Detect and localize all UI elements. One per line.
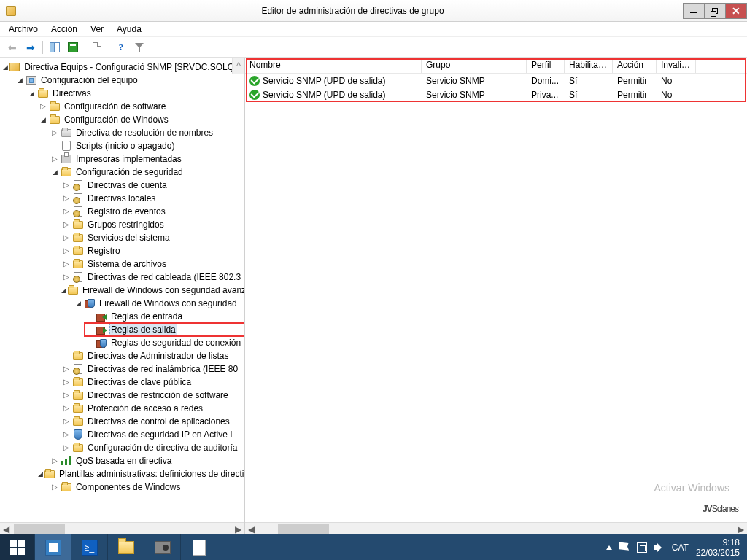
folder-icon — [61, 166, 72, 178]
menu-help[interactable]: Ayuda — [111, 23, 147, 36]
tree-printers[interactable]: Impresoras implementadas — [74, 152, 183, 166]
qos-icon — [61, 455, 72, 467]
task-powershell[interactable]: ≥_ — [71, 534, 108, 560]
tree-firewall-adv[interactable]: Firewall de Windows con seguridad avanza… — [81, 284, 244, 297]
tree-softrestrict[interactable]: Directivas de restricción de software — [86, 389, 230, 402]
tree-filesystem[interactable]: Sistema de archivos — [86, 257, 168, 271]
tree-computer-config[interactable]: Configuración del equipo — [39, 74, 139, 87]
tree-policies[interactable]: Directivas — [51, 87, 93, 100]
tree-root[interactable]: Directiva Equips - Configuració SNMP [SR… — [23, 61, 244, 74]
tree-security-config[interactable]: Configuración de seguridad — [74, 166, 185, 179]
tree-windows-config[interactable]: Configuración de Windows — [63, 113, 170, 126]
brand-watermark: JVSolanes — [703, 492, 738, 517]
folder-icon — [37, 88, 49, 99]
cell-action: Permitir — [613, 75, 657, 87]
tray-overflow-icon[interactable] — [606, 545, 612, 550]
refresh-button[interactable] — [65, 39, 81, 55]
policy-icon — [72, 179, 84, 191]
close-button[interactable]: ✕ — [725, 3, 747, 19]
tree-name-resolution[interactable]: Directiva de resolución de nombres — [74, 126, 214, 139]
start-button[interactable] — [0, 534, 35, 560]
folder-icon — [72, 402, 84, 414]
tree-appctrl[interactable]: Directivas de control de aplicaciones — [86, 415, 231, 428]
menu-view[interactable]: Ver — [85, 23, 109, 36]
tree-wired[interactable]: Directivas de red cableada (IEEE 802.3 — [86, 271, 242, 284]
tree[interactable]: ^ Directiva Equips - Configuració SNMP [… — [0, 58, 244, 522]
forward-button[interactable]: ➡ — [23, 39, 39, 55]
tree-outbound[interactable]: Reglas de salida — [109, 322, 177, 337]
tree-nap[interactable]: Protección de acceso a redes — [86, 402, 204, 415]
menubar: Archivo Acción Ver Ayuda — [0, 22, 747, 37]
col-profile[interactable]: Perfil — [527, 58, 565, 73]
policy-icon — [72, 206, 84, 217]
action-center-icon[interactable] — [619, 542, 630, 553]
minimize-button[interactable] — [683, 3, 705, 19]
panes-button[interactable] — [47, 39, 63, 55]
list-row[interactable]: Servicio SNMP (UPD de salida) Servicio S… — [245, 88, 747, 101]
tree-local-policies[interactable]: Directivas locales — [86, 192, 157, 205]
task-camera[interactable] — [144, 534, 181, 560]
tree-inbound[interactable]: Reglas de entrada — [109, 310, 184, 323]
col-override[interactable]: Invalidar — [657, 58, 696, 73]
cell-override: No — [657, 75, 696, 87]
tree-scroll-up[interactable]: ^ — [232, 58, 244, 74]
tree-wireless[interactable]: Directivas de red inalámbrica (IEEE 80 — [86, 362, 239, 376]
tree-event-log[interactable]: Registro de eventos — [86, 205, 167, 218]
task-explorer[interactable] — [108, 534, 144, 560]
tree-audit[interactable]: Configuración de directiva de auditoría — [86, 441, 239, 454]
list-header[interactable]: Nombre Grupo Perfil Habilitado Acción In… — [245, 58, 747, 74]
tree-win-components[interactable]: Componentes de Windows — [74, 481, 182, 494]
titlebar: Editor de administración de directivas d… — [0, 0, 747, 22]
task-notepad[interactable] — [181, 534, 217, 560]
folder-gray-icon — [61, 127, 72, 139]
tray-lang[interactable]: CAT — [672, 542, 689, 553]
tree-pubkey[interactable]: Directivas de clave pública — [86, 376, 193, 389]
folder-icon — [72, 232, 84, 244]
export-button[interactable] — [89, 39, 105, 55]
cell-enabled: Sí — [565, 89, 613, 101]
tree-ipsec[interactable]: Directivas de seguridad IP en Active I — [86, 428, 234, 441]
tree-system-services[interactable]: Servicios del sistema — [86, 231, 171, 244]
network-icon[interactable] — [637, 542, 647, 553]
col-group[interactable]: Grupo — [422, 58, 527, 73]
help-button[interactable]: ? — [113, 39, 129, 55]
maximize-button[interactable] — [704, 3, 726, 19]
inbound-icon — [96, 311, 107, 322]
menu-action[interactable]: Acción — [45, 23, 83, 36]
tray-clock[interactable]: 9:1822/03/2015 — [696, 537, 740, 558]
list-row[interactable]: Servicio SNMP (UPD de salida) Servicio S… — [245, 74, 747, 88]
conn-security-icon — [96, 337, 107, 349]
col-action[interactable]: Acción — [613, 58, 657, 73]
taskbar: ≥_ CAT 9:1822/03/2015 — [0, 534, 747, 560]
tree-hscroll[interactable]: ◀▶ — [0, 522, 244, 534]
folder-icon — [44, 468, 55, 480]
tree-account-policies[interactable]: Directivas de cuenta — [86, 179, 169, 192]
folder-icon — [49, 114, 61, 125]
cell-profile: Domi... — [527, 75, 565, 87]
tree-registry[interactable]: Registro — [86, 244, 122, 257]
tree-netlist[interactable]: Directivas de Administrador de listas — [86, 349, 230, 362]
volume-icon[interactable] — [654, 542, 665, 553]
tree-scripts[interactable]: Scripts (inicio o apagado) — [74, 139, 176, 152]
workarea: ^ Directiva Equips - Configuració SNMP [… — [0, 58, 747, 534]
window-title: Editor de administración de directivas d… — [22, 6, 684, 16]
cell-action: Permitir — [613, 89, 657, 101]
back-button[interactable]: ⬅ — [4, 39, 20, 55]
tree-conn-security[interactable]: Reglas de seguridad de conexión — [109, 336, 242, 349]
list-hscroll[interactable]: ◀▶ — [245, 522, 747, 534]
tree-restricted-groups[interactable]: Grupos restringidos — [86, 218, 166, 231]
list-panel: Nombre Grupo Perfil Habilitado Acción In… — [245, 58, 747, 534]
filter-button[interactable] — [131, 39, 147, 55]
tree-firewall-inner[interactable]: Firewall de Windows con seguridad — [98, 297, 239, 310]
tree-qos[interactable]: QoS basada en directiva — [74, 454, 173, 467]
col-enabled[interactable]: Habilitado — [565, 58, 613, 73]
tree-admin-templates[interactable]: Plantillas administrativas: definiciones… — [58, 467, 244, 481]
folder-icon — [72, 258, 84, 270]
col-name[interactable]: Nombre — [245, 58, 422, 73]
outbound-icon — [96, 324, 107, 335]
folder-icon — [72, 416, 84, 427]
tree-panel: ^ Directiva Equips - Configuració SNMP [… — [0, 58, 245, 534]
task-server-manager[interactable] — [35, 534, 71, 560]
menu-file[interactable]: Archivo — [3, 23, 44, 36]
tree-software-config[interactable]: Configuración de software — [63, 100, 167, 113]
